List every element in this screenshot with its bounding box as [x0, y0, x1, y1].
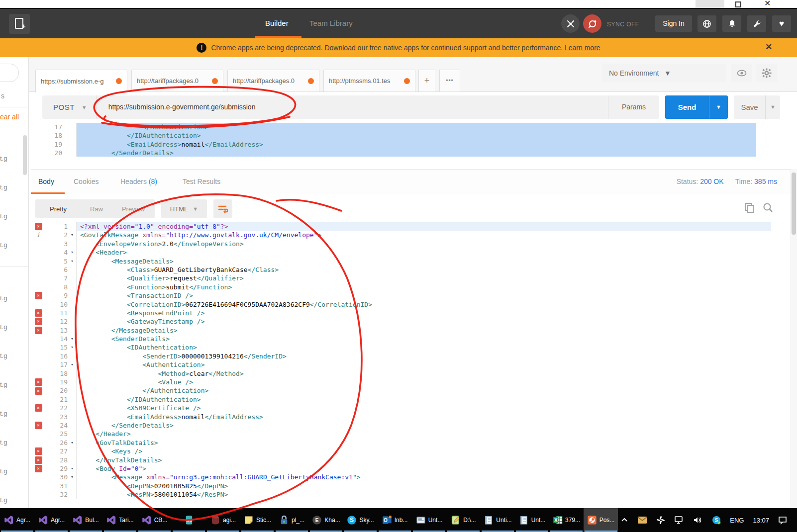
- taskbar-item[interactable]: Tari...: [103, 508, 137, 532]
- interceptor-button[interactable]: [561, 14, 580, 33]
- sign-in-button[interactable]: Sign In: [655, 15, 692, 32]
- fold-arrow-icon[interactable]: ▾: [68, 464, 77, 473]
- fold-arrow-icon[interactable]: ▾: [68, 248, 77, 257]
- history-item[interactable]: t.g: [0, 323, 7, 331]
- response-tab-body[interactable]: Body: [38, 177, 54, 185]
- taskbar-item[interactable]: CB...: [137, 508, 172, 532]
- fold-arrow-icon[interactable]: ▾: [68, 360, 77, 369]
- taskbar-item[interactable]: Agr...: [0, 508, 34, 532]
- clock[interactable]: 13:07: [753, 517, 769, 524]
- response-tab-cookies[interactable]: Cookies: [74, 177, 99, 185]
- window-minimize-button[interactable]: [696, 0, 724, 8]
- window-maximize-button[interactable]: [735, 1, 741, 7]
- taskbar-item[interactable]: OInb...: [378, 508, 412, 532]
- slack-icon[interactable]: [656, 516, 665, 525]
- sidebar-scrollbar-thumb[interactable]: [23, 135, 27, 175]
- fold-arrow-icon[interactable]: ▾: [68, 231, 77, 239]
- taskbar-item[interactable]: Bul...: [69, 508, 103, 532]
- request-tab-label: https://submission.e-g: [41, 78, 114, 85]
- taskbar-item[interactable]: WS: [172, 508, 206, 532]
- tab-builder[interactable]: Builder: [265, 19, 289, 27]
- taskbar-item[interactable]: Agr...: [34, 508, 69, 532]
- community-button[interactable]: [697, 15, 716, 32]
- skype-tray-icon[interactable]: S: [712, 516, 721, 525]
- clear-all-link[interactable]: ear all: [0, 113, 19, 121]
- history-item[interactable]: t.g: [0, 183, 7, 191]
- request-tab[interactable]: https://submission.e-g: [35, 70, 127, 92]
- taskbar-item[interactable]: EKha...: [309, 508, 343, 532]
- history-item[interactable]: t.g: [0, 467, 7, 475]
- volume-icon[interactable]: [693, 516, 703, 525]
- more-tabs-button[interactable]: •••: [439, 70, 460, 92]
- taskbar-item[interactable]: Unt...: [412, 508, 446, 532]
- favorites-button[interactable]: ♥: [772, 15, 791, 32]
- fold-arrow-icon[interactable]: ▾: [68, 335, 77, 343]
- request-tab[interactable]: http://ptmssms.01.tes: [323, 70, 415, 92]
- code-text: <Class>GUARD_GetLibertyBankCase</Class>: [77, 266, 771, 274]
- mail-tray-icon[interactable]: [637, 516, 647, 524]
- fold-arrow-icon[interactable]: ▾: [68, 343, 77, 352]
- taskbar-item[interactable]: agi...: [206, 508, 240, 532]
- environment-select[interactable]: No Environment ▼: [602, 64, 726, 82]
- fold-arrow-icon[interactable]: ▾: [68, 439, 77, 447]
- history-item[interactable]: t.g: [0, 241, 7, 249]
- sync-button[interactable]: [583, 14, 601, 33]
- network-icon[interactable]: [674, 516, 684, 525]
- banner-close-button[interactable]: ✕: [765, 42, 772, 52]
- view-pretty-button[interactable]: Pretty: [35, 205, 81, 213]
- add-tab-button[interactable]: +: [418, 70, 435, 92]
- history-item[interactable]: t.g: [0, 155, 7, 162]
- params-button[interactable]: Params: [608, 95, 659, 119]
- chevron-up-icon[interactable]: [620, 516, 628, 524]
- history-item[interactable]: t.g: [0, 496, 7, 504]
- save-button[interactable]: Save ▼: [734, 95, 780, 119]
- history-item[interactable]: t.g: [0, 294, 7, 302]
- send-button[interactable]: Send ▼: [665, 95, 728, 119]
- language-indicator[interactable]: ENG: [730, 517, 744, 524]
- view-preview-button[interactable]: Preview: [112, 205, 155, 213]
- download-link[interactable]: Download: [324, 44, 355, 52]
- fold-arrow-icon[interactable]: ▾: [68, 473, 77, 481]
- response-tab-headers[interactable]: Headers (8): [120, 177, 157, 185]
- request-body-editor[interactable]: 17 </Authentication>18 </IDAuthenticatio…: [31, 123, 756, 157]
- learn-more-link[interactable]: Learn more: [565, 44, 600, 52]
- response-body-code[interactable]: ✕1<?xml version="1.0" encoding="utf-8"?>…: [31, 220, 771, 508]
- taskbar-item[interactable]: SSky...: [343, 508, 378, 532]
- main-scrollbar-thumb[interactable]: [792, 173, 796, 235]
- search-response-button[interactable]: [762, 202, 774, 214]
- history-item[interactable]: t.g: [0, 410, 7, 417]
- taskbar-item[interactable]: X379...: [549, 508, 584, 532]
- word-wrap-button[interactable]: [213, 199, 232, 218]
- settings-button[interactable]: [747, 15, 766, 32]
- send-options-chevron[interactable]: ▼: [709, 95, 728, 119]
- view-raw-button[interactable]: Raw: [81, 205, 112, 213]
- gutter-marker-empty: [31, 240, 46, 248]
- response-tab-test-results[interactable]: Test Results: [183, 177, 220, 185]
- copy-response-button[interactable]: [743, 202, 755, 214]
- action-center-icon[interactable]: [778, 516, 787, 525]
- save-options-chevron[interactable]: ▼: [765, 95, 780, 119]
- taskbar-item[interactable]: pl_...: [275, 508, 309, 532]
- settings-gear-button[interactable]: [756, 64, 777, 82]
- taskbar-item[interactable]: Pos...: [584, 508, 618, 532]
- environment-preview-button[interactable]: [731, 64, 752, 82]
- new-tab-button[interactable]: +: [9, 14, 30, 34]
- taskbar-item[interactable]: Stic...: [240, 508, 275, 532]
- url-input[interactable]: https://submission.e-government.ge/submi…: [96, 95, 608, 119]
- taskbar-item[interactable]: Unt...: [515, 508, 549, 532]
- taskbar-item[interactable]: Unti...: [481, 508, 515, 532]
- request-tab[interactable]: http://tariffpackages.0: [131, 70, 223, 92]
- request-tab[interactable]: http://tariffpackages.0: [227, 70, 319, 92]
- history-item[interactable]: t.g: [0, 381, 7, 388]
- tab-team-library[interactable]: Team Library: [309, 19, 353, 27]
- history-item[interactable]: t.g: [0, 352, 7, 359]
- method-select[interactable]: POST: [42, 103, 75, 111]
- fold-arrow-icon[interactable]: ▾: [68, 257, 77, 266]
- history-item[interactable]: t.g: [0, 212, 7, 220]
- history-item[interactable]: t.g: [0, 439, 7, 446]
- notifications-button[interactable]: [722, 15, 741, 32]
- sidebar-search-box[interactable]: [0, 64, 19, 82]
- taskbar-item[interactable]: D:\...: [446, 508, 481, 532]
- window-close-button[interactable]: ✕: [764, 0, 771, 8]
- format-select[interactable]: HTML ▼: [161, 199, 207, 218]
